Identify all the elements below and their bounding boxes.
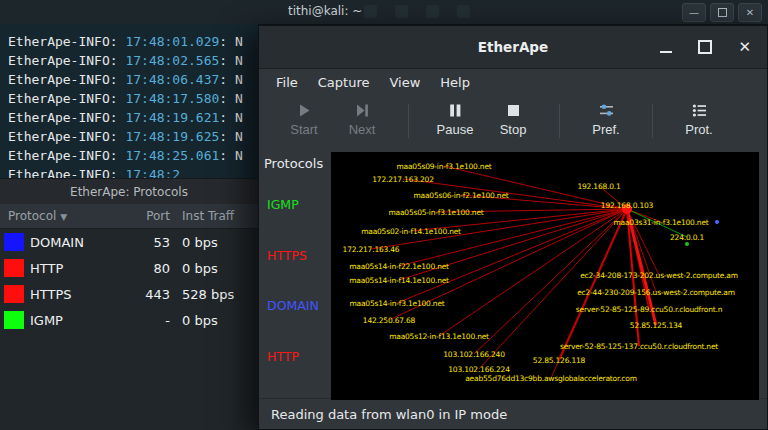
toolbar-button-label: Next bbox=[349, 122, 376, 137]
etherape-window: EtherApe ✕ FileCaptureViewHelp StartNext… bbox=[258, 25, 768, 430]
toolbar-separator bbox=[652, 104, 653, 138]
terminal-log-line: EtherApe-INFO: 17:48:01.029: N bbox=[8, 32, 258, 51]
protocol-port: 80 bbox=[126, 261, 170, 276]
node-label: maa03s31-in-f3.1e100.net bbox=[613, 218, 708, 227]
panel-icon bbox=[364, 5, 377, 18]
panel-icons bbox=[364, 5, 470, 18]
node-label: maa05s02-in-f14.1e100.net bbox=[361, 227, 461, 236]
node-label: 224.0.0.1 bbox=[670, 233, 704, 242]
column-inst-traffic[interactable]: Inst Traff bbox=[170, 209, 258, 223]
node-label: 103.102.166.240 bbox=[443, 350, 504, 359]
protocols-window-titlebar[interactable]: EtherApe: Protocols bbox=[0, 178, 258, 205]
stop-icon bbox=[505, 102, 522, 119]
traffic-link bbox=[474, 209, 627, 354]
protocol-row[interactable]: HTTPS443528 bps bbox=[0, 281, 258, 307]
protocols-header: Protocols bbox=[259, 152, 331, 171]
desktop-top-panel: tithi@kali: ~ — ✕ bbox=[0, 0, 768, 25]
legend-protocol-https: HTTPS bbox=[267, 248, 331, 263]
column-protocol-label: Protocol bbox=[8, 209, 56, 223]
toolbar-next-button[interactable]: Next bbox=[333, 102, 391, 137]
toolbar-start-button[interactable]: Start bbox=[275, 102, 333, 137]
node-dot bbox=[715, 220, 719, 224]
protocol-traffic: 0 bps bbox=[170, 313, 258, 328]
terminal-log-line: EtherApe-INFO: 17:48:2 bbox=[8, 165, 258, 178]
protocol-name: HTTP bbox=[30, 261, 126, 276]
panel-icon bbox=[426, 5, 439, 18]
column-protocol[interactable]: Protocol ▼ bbox=[0, 209, 126, 223]
node-label: maa05s06-in-f2.1e100.net bbox=[413, 191, 508, 200]
node-label: ec2-44-230-209-156.us-west-2.compute.am bbox=[577, 288, 735, 297]
node-label: aeab55d76dd13c9bb.awsglobalaccelerator.c… bbox=[465, 374, 637, 383]
menu-view[interactable]: View bbox=[380, 72, 429, 93]
toolbar-prot-button[interactable]: Prot. bbox=[670, 102, 728, 137]
protocols-table: Protocol ▼ Port Inst Traff DOMAIN530 bps… bbox=[0, 204, 258, 430]
node-dot bbox=[685, 242, 689, 246]
node-label: 142.250.67.68 bbox=[363, 316, 415, 325]
panel-icon bbox=[395, 5, 408, 18]
protocol-color-swatch bbox=[4, 285, 24, 303]
skip-icon bbox=[354, 102, 371, 119]
node-label: maa05s14-in-f14.1e100.net bbox=[349, 276, 449, 285]
terminal-window[interactable]: EtherApe-INFO: 17:48:01.029: NEtherApe-I… bbox=[0, 24, 258, 178]
main-content: Protocols IGMPHTTPSDOMAINHTTP maa05s09-i… bbox=[259, 152, 767, 398]
node-label: 172.217.163.202 bbox=[372, 175, 433, 184]
toolbar-separator bbox=[559, 104, 560, 138]
protocols-table-header: Protocol ▼ Port Inst Traff bbox=[0, 204, 258, 229]
toolbar-separator bbox=[408, 104, 409, 138]
protocol-row[interactable]: IGMP-0 bps bbox=[0, 307, 258, 333]
protocol-color-swatch bbox=[4, 259, 24, 277]
menu-capture[interactable]: Capture bbox=[309, 72, 379, 93]
window-controls: ✕ bbox=[660, 26, 751, 68]
column-port[interactable]: Port bbox=[126, 209, 170, 223]
node-label: maa05s12-in-f13.1e100.net bbox=[389, 332, 489, 341]
node-label: 52.85.126.118 bbox=[533, 356, 585, 365]
protocol-traffic: 0 bps bbox=[170, 235, 258, 250]
minimize-icon[interactable]: — bbox=[682, 3, 706, 22]
terminal-log-line: EtherApe-INFO: 17:48:06.437: N bbox=[8, 70, 258, 89]
terminal-window-title: tithi@kali: ~ bbox=[288, 4, 362, 18]
maximize-icon[interactable] bbox=[710, 3, 734, 22]
node-label: 52.85.125.134 bbox=[630, 321, 682, 330]
protocol-name: HTTPS bbox=[30, 287, 126, 302]
toolbar-pref-button[interactable]: Pref. bbox=[577, 102, 635, 137]
minimize-icon[interactable] bbox=[660, 41, 672, 53]
maximize-icon[interactable] bbox=[698, 40, 712, 54]
protocol-name: IGMP bbox=[30, 313, 126, 328]
protocol-color-swatch bbox=[4, 311, 24, 329]
protocol-row[interactable]: DOMAIN530 bps bbox=[0, 229, 258, 255]
node-label: 192.168.0.103 bbox=[601, 201, 653, 210]
close-icon[interactable]: ✕ bbox=[738, 3, 762, 22]
pause-icon bbox=[447, 102, 464, 119]
node-label: maa05s09-in-f3.1e100.net bbox=[396, 162, 491, 171]
protocol-row[interactable]: HTTP800 bps bbox=[0, 255, 258, 281]
terminal-log-line: EtherApe-INFO: 17:48:17.580: N bbox=[8, 89, 258, 108]
preferences-icon bbox=[598, 102, 615, 119]
node-label: maa05s14-in-f3.1e100.net bbox=[349, 299, 444, 308]
toolbar: StartNextPauseStopPref.Prot. bbox=[259, 96, 767, 152]
protocol-color-swatch bbox=[4, 233, 24, 251]
legend-protocol-http: HTTP bbox=[267, 349, 331, 364]
etherape-titlebar[interactable]: EtherApe ✕ bbox=[259, 26, 767, 69]
toolbar-stop-button[interactable]: Stop bbox=[484, 102, 542, 137]
status-bar: Reading data from wlan0 in IP mode bbox=[259, 398, 767, 429]
node-label: maa05s14-in-f22.1e100.net bbox=[349, 262, 449, 271]
menu-file[interactable]: File bbox=[267, 72, 307, 93]
protocols-sidebar: Protocols IGMPHTTPSDOMAINHTTP bbox=[259, 152, 331, 398]
menu-help[interactable]: Help bbox=[431, 72, 479, 93]
network-graph-canvas[interactable]: maa05s09-in-f3.1e100.net172.217.163.2021… bbox=[331, 152, 759, 400]
toolbar-button-label: Start bbox=[290, 122, 317, 137]
node-label: server-52-85-125-89.ccu50.r.cloudfront.n bbox=[576, 305, 722, 314]
terminal-log-line: EtherApe-INFO: 17:48:25.061: N bbox=[8, 146, 258, 165]
node-label: 172.217.163.46 bbox=[343, 245, 400, 254]
node-label: 103.102.166.224 bbox=[448, 365, 509, 374]
legend-protocol-igmp: IGMP bbox=[267, 197, 331, 212]
toolbar-pause-button[interactable]: Pause bbox=[426, 102, 484, 137]
protocol-traffic: 528 bps bbox=[170, 287, 258, 302]
close-icon[interactable]: ✕ bbox=[738, 40, 751, 55]
window-controls: — ✕ bbox=[682, 3, 762, 22]
protocol-traffic: 0 bps bbox=[170, 261, 258, 276]
protocols-window-title: EtherApe: Protocols bbox=[70, 185, 188, 199]
protocol-port: - bbox=[126, 313, 170, 328]
sort-arrow-icon: ▼ bbox=[60, 212, 67, 222]
menu-bar: FileCaptureViewHelp bbox=[259, 69, 767, 96]
